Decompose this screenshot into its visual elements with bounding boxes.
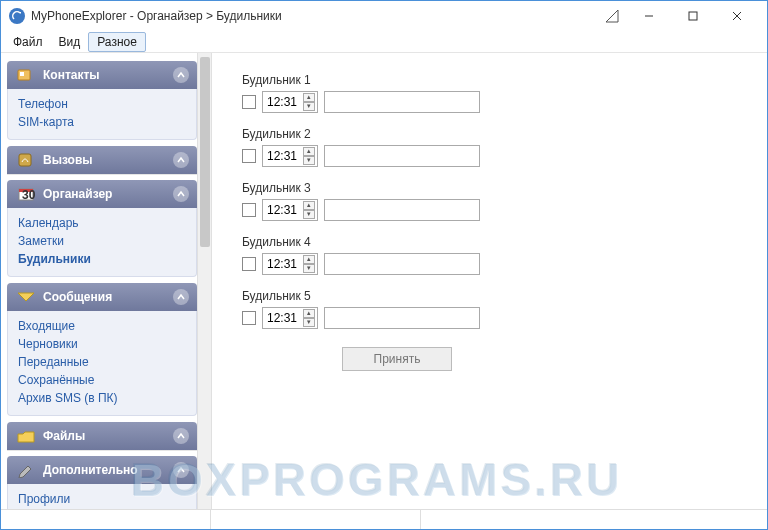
sidebar-item[interactable]: Переданные — [18, 353, 186, 371]
alarm-checkbox[interactable] — [242, 95, 256, 109]
alarm-checkbox[interactable] — [242, 257, 256, 271]
panel-body-3: ВходящиеЧерновикиПереданныеСохранённыеАр… — [7, 311, 197, 416]
menu-item-вид[interactable]: Вид — [51, 33, 89, 51]
spin-buttons[interactable]: ▴▾ — [303, 255, 315, 273]
panel-header-3[interactable]: Сообщения — [7, 283, 197, 311]
chevron-up-icon — [173, 67, 189, 83]
alarm-text-input[interactable] — [324, 199, 480, 221]
maximize-button[interactable] — [671, 2, 715, 30]
alarm-time-input[interactable]: 12:31▴▾ — [262, 253, 318, 275]
titlebar: MyPhoneExplorer - Органайзер > Будильник… — [1, 1, 767, 31]
status-cell — [211, 510, 421, 529]
alarm-label: Будильник 4 — [242, 235, 767, 249]
menubar: ФайлВидРазное — [1, 31, 767, 53]
spin-buttons[interactable]: ▴▾ — [303, 147, 315, 165]
alarm-row-2: Будильник 212:31▴▾ — [242, 127, 767, 167]
alarm-time-value: 12:31 — [267, 149, 303, 163]
sidebar-item[interactable]: Телефон — [18, 95, 186, 113]
sidebar-item[interactable]: Архив SMS (в ПК) — [18, 389, 186, 407]
alarm-label: Будильник 3 — [242, 181, 767, 195]
spin-down-icon[interactable]: ▾ — [303, 210, 315, 219]
section-title: Контакты — [43, 68, 173, 82]
alarm-time-value: 12:31 — [267, 257, 303, 271]
chevron-up-icon — [173, 428, 189, 444]
alarm-row-5: Будильник 512:31▴▾ — [242, 289, 767, 329]
main-panel: Будильник 112:31▴▾Будильник 212:31▴▾Буди… — [211, 53, 767, 509]
spin-buttons[interactable]: ▴▾ — [303, 93, 315, 111]
menu-item-разное[interactable]: Разное — [88, 32, 146, 52]
sidebar-item[interactable]: Календарь — [18, 214, 186, 232]
close-button[interactable] — [715, 2, 759, 30]
chevron-up-icon — [173, 186, 189, 202]
spin-down-icon[interactable]: ▾ — [303, 318, 315, 327]
spin-up-icon[interactable]: ▴ — [303, 147, 315, 156]
alarm-time-input[interactable]: 12:31▴▾ — [262, 199, 318, 221]
sidebar-item[interactable]: Будильники — [18, 250, 186, 268]
panel-body-0: ТелефонSIM-карта — [7, 89, 197, 140]
alarm-time-input[interactable]: 12:31▴▾ — [262, 91, 318, 113]
spin-buttons[interactable]: ▴▾ — [303, 309, 315, 327]
svg-rect-7 — [19, 154, 31, 166]
sidebar-item[interactable]: Входящие — [18, 317, 186, 335]
alarm-text-input[interactable] — [324, 307, 480, 329]
app-icon — [9, 8, 25, 24]
alarm-row-3: Будильник 312:31▴▾ — [242, 181, 767, 221]
sidebar-scrollbar[interactable] — [197, 53, 211, 509]
spin-up-icon[interactable]: ▴ — [303, 255, 315, 264]
spin-down-icon[interactable]: ▾ — [303, 156, 315, 165]
alarm-time-input[interactable]: 12:31▴▾ — [262, 145, 318, 167]
panel-header-4[interactable]: Файлы — [7, 422, 197, 450]
section-icon — [15, 66, 37, 84]
signal-icon — [605, 9, 619, 23]
svg-rect-2 — [689, 12, 697, 20]
alarm-label: Будильник 2 — [242, 127, 767, 141]
status-cell — [421, 510, 767, 529]
panel-header-5[interactable]: Дополнительно — [7, 456, 197, 484]
spin-up-icon[interactable]: ▴ — [303, 93, 315, 102]
svg-marker-11 — [18, 293, 34, 301]
apply-button[interactable]: Принять — [342, 347, 452, 371]
alarm-time-value: 12:31 — [267, 203, 303, 217]
alarm-text-input[interactable] — [324, 253, 480, 275]
window-title: MyPhoneExplorer - Органайзер > Будильник… — [31, 9, 282, 23]
alarm-time-value: 12:31 — [267, 311, 303, 325]
minimize-button[interactable] — [627, 2, 671, 30]
chevron-up-icon — [173, 462, 189, 478]
alarm-checkbox[interactable] — [242, 311, 256, 325]
spin-up-icon[interactable]: ▴ — [303, 309, 315, 318]
chevron-up-icon — [173, 152, 189, 168]
panel-header-2[interactable]: 30Органайзер — [7, 180, 197, 208]
section-icon — [15, 427, 37, 445]
alarm-time-input[interactable]: 12:31▴▾ — [262, 307, 318, 329]
panel-body-2: КалендарьЗаметкиБудильники — [7, 208, 197, 277]
section-title: Дополнительно — [43, 463, 173, 477]
panel-header-0[interactable]: Контакты — [7, 61, 197, 89]
client-area: КонтактыТелефонSIM-картаВызовы30Органайз… — [1, 53, 767, 509]
sidebar-item[interactable]: SIM-карта — [18, 113, 186, 131]
sidebar-wrap: КонтактыТелефонSIM-картаВызовы30Органайз… — [1, 53, 211, 509]
alarm-checkbox[interactable] — [242, 203, 256, 217]
svg-text:30: 30 — [22, 188, 36, 202]
spin-buttons[interactable]: ▴▾ — [303, 201, 315, 219]
menu-item-файл[interactable]: Файл — [5, 33, 51, 51]
section-icon — [15, 151, 37, 169]
alarm-checkbox[interactable] — [242, 149, 256, 163]
sidebar-item[interactable]: Заметки — [18, 232, 186, 250]
spin-down-icon[interactable]: ▾ — [303, 102, 315, 111]
section-icon: 30 — [15, 185, 37, 203]
chevron-up-icon — [173, 289, 189, 305]
svg-rect-6 — [20, 72, 24, 76]
section-title: Вызовы — [43, 153, 173, 167]
panel-body-5: Профили — [7, 484, 197, 509]
alarm-text-input[interactable] — [324, 91, 480, 113]
section-icon — [15, 461, 37, 479]
alarm-text-input[interactable] — [324, 145, 480, 167]
spin-up-icon[interactable]: ▴ — [303, 201, 315, 210]
spin-down-icon[interactable]: ▾ — [303, 264, 315, 273]
sidebar-item[interactable]: Черновики — [18, 335, 186, 353]
alarm-row-4: Будильник 412:31▴▾ — [242, 235, 767, 275]
scrollbar-thumb[interactable] — [200, 57, 210, 247]
sidebar-item[interactable]: Профили — [18, 490, 186, 508]
sidebar-item[interactable]: Сохранённые — [18, 371, 186, 389]
panel-header-1[interactable]: Вызовы — [7, 146, 197, 174]
